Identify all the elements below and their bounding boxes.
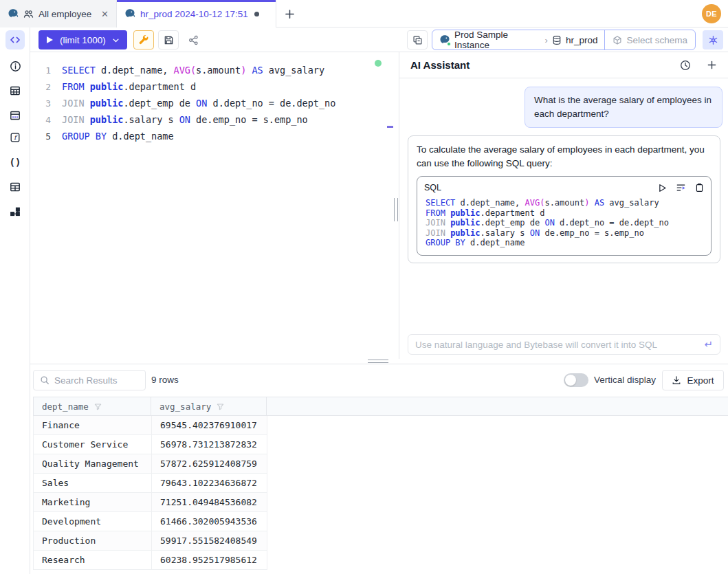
unsaved-dot-icon xyxy=(254,12,259,16)
cell-avg-salary[interactable]: 69545.402376910017 xyxy=(152,416,267,434)
editor-lines: 1SELECT d.dept_name, AVG(s.amount) AS av… xyxy=(30,62,393,144)
line-number: 4 xyxy=(30,115,62,125)
wrench-icon xyxy=(139,35,149,45)
table-row[interactable]: Development61466.302005943536 xyxy=(33,512,267,531)
cell-dept-name[interactable]: Quality Management xyxy=(34,454,152,473)
search-icon xyxy=(40,375,49,385)
vertical-display-toggle[interactable] xyxy=(564,373,588,387)
insert-into-editor-icon[interactable] xyxy=(676,183,686,192)
table-row[interactable]: Production59917.551582408549 xyxy=(33,531,267,551)
sidebar-item-worksheet[interactable] xyxy=(5,30,25,49)
vertical-display-label: Vertical display xyxy=(594,375,656,385)
cell-dept-name[interactable]: Marketing xyxy=(34,493,152,511)
tab-label: All employee xyxy=(38,9,91,19)
ai-assistant-button[interactable] xyxy=(703,30,723,49)
column-header-filler xyxy=(267,397,728,415)
editor-line[interactable]: 2FROM public.department d xyxy=(30,78,393,95)
panel-resize-handle-horizontal[interactable] xyxy=(368,360,388,363)
cell-avg-salary[interactable]: 60238.952517985612 xyxy=(152,551,267,569)
cell-dept-name[interactable]: Sales xyxy=(34,474,152,492)
ai-code-block: SQL SELECT d.dept_name, AVG(s.amount) xyxy=(417,176,712,256)
sidebar-item-functions[interactable]: f xyxy=(5,128,25,147)
table-row[interactable]: Marketing71251.049484536082 xyxy=(33,493,267,512)
sql-editor-app: All employee ✕ hr_prod 2024-10-12 17:51 … xyxy=(0,0,728,574)
line-number: 3 xyxy=(30,98,62,109)
cell-avg-salary[interactable]: 57872.625912408759 xyxy=(152,454,267,473)
column-header[interactable]: avg_salary xyxy=(151,397,267,415)
editor-line[interactable]: 3JOIN public.dept_emp de ON d.dept_no = … xyxy=(30,95,393,111)
toggle-knob xyxy=(565,375,576,386)
search-results-input[interactable]: Search Results xyxy=(33,370,146,390)
left-sidebar: f () xyxy=(0,27,30,574)
table-row[interactable]: Quality Management57872.625912408759 xyxy=(33,454,267,474)
chevron-down-icon[interactable] xyxy=(112,36,120,44)
ai-code-lines: SELECT d.dept_name, AVG(s.amount) AS avg… xyxy=(417,195,711,255)
cell-dept-name[interactable]: Customer Service xyxy=(34,435,152,454)
results-panel: Search Results 9 rows Vertical display E… xyxy=(30,364,728,574)
instance-database-selector[interactable]: Prod Sample Instance › hr_prod xyxy=(432,30,604,49)
cell-avg-salary[interactable]: 71251.049484536082 xyxy=(152,493,267,511)
postgres-icon xyxy=(8,8,19,19)
table-row[interactable]: Sales79643.102234636872 xyxy=(33,474,267,493)
tab-hr-prod[interactable]: hr_prod 2024-10-12 17:51 xyxy=(117,0,276,27)
format-sql-button[interactable] xyxy=(133,30,154,49)
save-icon xyxy=(164,35,174,45)
run-query-button[interactable]: (limit 1000) xyxy=(38,30,127,49)
table-row[interactable]: Research60238.952517985612 xyxy=(33,551,267,570)
sort-filter-icon[interactable] xyxy=(94,403,102,410)
openai-icon xyxy=(708,35,718,45)
new-chat-plus-icon[interactable] xyxy=(707,60,717,70)
table-row[interactable]: Finance69545.402376910017 xyxy=(33,416,267,435)
row-count-label: 9 rows xyxy=(151,375,179,385)
export-button[interactable]: Export xyxy=(662,370,724,390)
cell-dept-name[interactable]: Development xyxy=(34,512,152,531)
cell-avg-salary[interactable]: 56978.731213872832 xyxy=(152,435,267,454)
share-button[interactable] xyxy=(183,30,203,49)
export-label: Export xyxy=(687,375,714,386)
table-row[interactable]: Customer Service56978.731213872832 xyxy=(33,435,267,454)
new-tab-button[interactable] xyxy=(276,0,302,27)
close-icon[interactable]: ✕ xyxy=(101,10,109,19)
sidebar-item-tables[interactable] xyxy=(5,81,25,100)
batch-query-button[interactable] xyxy=(407,30,428,49)
sidebar-item-procedures[interactable]: () xyxy=(5,153,25,172)
schema-selector[interactable]: Select schema xyxy=(604,30,695,49)
results-table: dept_nameavg_salary Finance69545.4023769… xyxy=(33,397,728,570)
editor-toolbar: (limit 1000) xyxy=(30,27,728,52)
copy-clipboard-icon[interactable] xyxy=(695,183,704,192)
tab-all-employee[interactable]: All employee ✕ xyxy=(0,0,117,27)
table-icon xyxy=(10,85,21,96)
history-clock-icon[interactable] xyxy=(680,60,691,71)
cell-avg-salary[interactable]: 79643.102234636872 xyxy=(152,474,267,492)
sidebar-item-schema-diagram[interactable] xyxy=(5,202,25,221)
ai-prompt-input[interactable]: Use natural language and Bytebase will c… xyxy=(408,334,720,355)
editor-line[interactable]: 5GROUP BY d.dept_name xyxy=(30,128,393,144)
cell-avg-salary[interactable]: 59917.551582408549 xyxy=(152,531,267,550)
sort-filter-icon[interactable] xyxy=(217,403,224,410)
save-sheet-button[interactable] xyxy=(158,30,179,49)
sidebar-item-external-tables[interactable] xyxy=(5,177,25,197)
cell-dept-name[interactable]: Production xyxy=(34,531,152,550)
function-icon: f xyxy=(10,132,21,143)
column-header[interactable]: dept_name xyxy=(33,397,151,415)
sql-code-editor[interactable]: 1SELECT d.dept_name, AVG(s.amount) AS av… xyxy=(30,52,393,359)
editor-line[interactable]: 1SELECT d.dept_name, AVG(s.amount) AS av… xyxy=(30,62,393,78)
sidebar-item-info[interactable] xyxy=(5,56,25,76)
breadcrumb-arrow: › xyxy=(545,35,548,45)
ai-response-card: To calculate the average salary of emplo… xyxy=(408,135,720,263)
table-icon xyxy=(10,181,21,192)
cell-dept-name[interactable]: Finance xyxy=(34,416,152,434)
cell-dept-name[interactable]: Research xyxy=(34,551,152,569)
sheet-people-icon xyxy=(23,9,34,19)
editor-line[interactable]: 4JOIN public.salary s ON de.emp_no = s.e… xyxy=(30,111,393,128)
run-code-icon[interactable] xyxy=(658,184,667,192)
panel-resize-handle-vertical[interactable] xyxy=(394,198,398,221)
line-number: 5 xyxy=(30,131,62,142)
parentheses-icon: () xyxy=(10,157,21,168)
cell-avg-salary[interactable]: 61466.302005943536 xyxy=(152,512,267,531)
schema-diagram-icon xyxy=(10,206,21,217)
user-avatar[interactable]: DE xyxy=(702,4,721,23)
code-language-label: SQL xyxy=(424,181,441,195)
scrollbar-marker xyxy=(387,126,393,128)
sidebar-item-data[interactable] xyxy=(5,106,25,125)
